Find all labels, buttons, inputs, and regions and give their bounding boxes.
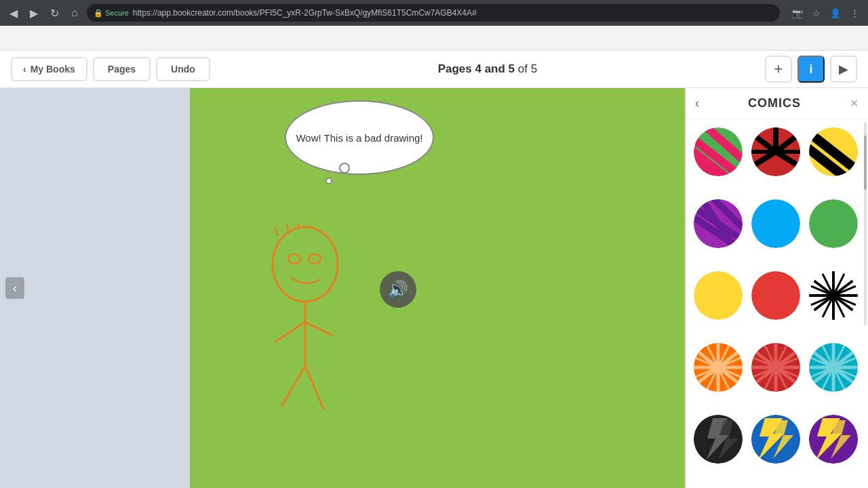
browser-home-btn[interactable]: ⌂: [66, 5, 83, 21]
svg-line-5: [305, 366, 324, 410]
browser-camera-btn[interactable]: 📷: [789, 5, 806, 21]
canvas-area[interactable]: Wow! This is a bad drawing!: [190, 88, 685, 488]
comic-item-1[interactable]: [694, 127, 743, 176]
browser-more-btn[interactable]: ⋮: [846, 5, 863, 21]
comic-item-10[interactable]: [694, 343, 743, 392]
panel-back-button[interactable]: ‹: [695, 96, 699, 110]
pages-button[interactable]: Pages: [93, 57, 151, 81]
svg-point-42: [809, 199, 858, 248]
app-nav: ‹ My Books Pages Undo Pages 4 and 5 of 5…: [0, 51, 868, 88]
nav-right: + i ▶: [765, 56, 857, 83]
browser-bookmark-btn[interactable]: ☆: [808, 5, 825, 21]
bubble-dot-2: [326, 178, 332, 184]
comic-item-7[interactable]: [694, 271, 743, 320]
svg-point-43: [694, 271, 743, 320]
comic-item-8[interactable]: [751, 271, 800, 320]
thought-bubble-text: Wow! This is a bad drawing!: [285, 100, 434, 175]
browser-profile-btn[interactable]: 👤: [827, 5, 844, 21]
comic-item-13[interactable]: [694, 415, 743, 464]
address-bar[interactable]: 🔒 Secure https://app.bookcreator.com/boo…: [87, 4, 780, 22]
scrollbar[interactable]: [864, 122, 867, 325]
info-button[interactable]: i: [797, 56, 825, 83]
comic-item-2[interactable]: [751, 127, 800, 176]
browser-toolbar: ◀ ▶ ↻ ⌂ 🔒 Secure https://app.bookcreator…: [0, 0, 868, 26]
comic-item-12[interactable]: [809, 343, 858, 392]
panel-title: COMICS: [705, 96, 844, 110]
audio-button[interactable]: 🔊: [380, 271, 416, 308]
bubble-dot-1: [339, 163, 350, 174]
browser-back-btn[interactable]: ◀: [5, 5, 22, 21]
svg-line-3: [305, 322, 332, 336]
svg-point-6: [288, 254, 300, 264]
browser-refresh-btn[interactable]: ↻: [46, 5, 62, 21]
svg-point-44: [751, 271, 800, 320]
left-panel: ‹: [0, 88, 190, 488]
comic-item-14[interactable]: [751, 415, 800, 464]
comic-item-3[interactable]: [809, 127, 858, 176]
panel-header: ‹ COMICS ✕: [686, 88, 868, 119]
comics-grid: [686, 119, 868, 488]
my-books-button[interactable]: ‹ My Books: [11, 57, 87, 81]
comic-item-15[interactable]: [809, 415, 858, 464]
add-button[interactable]: +: [765, 56, 792, 83]
next-page-button[interactable]: ▶: [830, 56, 857, 83]
svg-point-7: [309, 254, 321, 264]
right-panel: ‹ COMICS ✕: [685, 88, 868, 488]
secure-badge: 🔒 Secure: [94, 9, 129, 18]
svg-line-2: [275, 322, 305, 342]
browser-chrome: ◀ ▶ ↻ ⌂ 🔒 Secure https://app.bookcreator…: [0, 0, 868, 51]
stick-figure: [237, 224, 387, 427]
chevron-left-icon: ‹: [23, 64, 26, 75]
svg-line-9: [287, 224, 288, 230]
prev-page-arrow[interactable]: ‹: [5, 277, 24, 299]
comic-item-9[interactable]: [809, 271, 858, 320]
comic-item-5[interactable]: [751, 199, 800, 248]
scrollbar-thumb: [864, 136, 867, 190]
svg-line-8: [275, 227, 278, 236]
browser-forward-btn[interactable]: ▶: [26, 5, 42, 21]
comic-item-6[interactable]: [809, 199, 858, 248]
undo-button[interactable]: Undo: [156, 57, 210, 81]
comic-item-4[interactable]: [694, 199, 743, 248]
browser-icons: 📷 ☆ 👤 ⋮: [789, 5, 863, 21]
main-content: ‹ Wow! This is a bad drawing!: [0, 88, 868, 488]
panel-close-button[interactable]: ✕: [850, 97, 859, 110]
svg-point-0: [273, 227, 338, 302]
page-title: Pages 4 and 5 of 5: [216, 62, 760, 76]
svg-line-4: [281, 366, 305, 407]
svg-point-41: [751, 199, 800, 248]
thought-bubble: Wow! This is a bad drawing!: [285, 100, 434, 182]
url-text: https://app.bookcreator.com/books/PFI5C_…: [133, 8, 477, 18]
comic-item-11[interactable]: [751, 343, 800, 392]
